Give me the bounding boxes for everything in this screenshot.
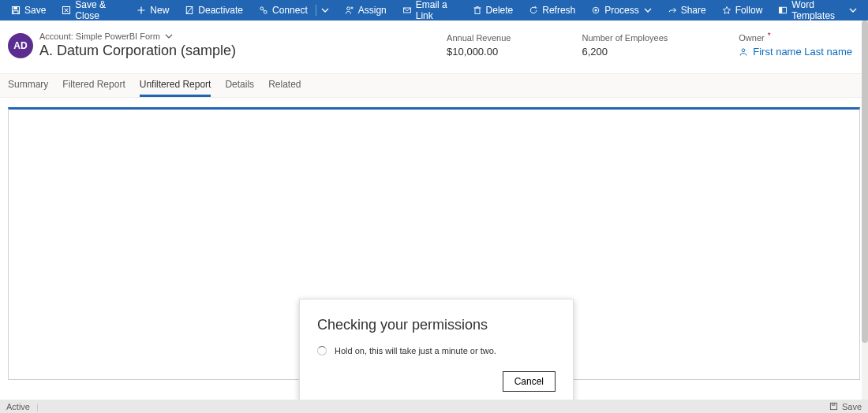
delete-icon bbox=[473, 6, 482, 15]
connect-button[interactable]: Connect bbox=[251, 0, 337, 20]
tab-related[interactable]: Related bbox=[268, 79, 301, 97]
field-value[interactable]: First name Last name bbox=[739, 46, 852, 58]
word-templates-button[interactable]: Word Templates bbox=[770, 0, 865, 20]
delete-button[interactable]: Delete bbox=[465, 0, 522, 20]
save-close-button[interactable]: Save & Close bbox=[54, 0, 129, 20]
ribbon-toolbar: Save Save & Close New Deactivate Connect… bbox=[0, 0, 868, 20]
tab-filtered-report[interactable]: Filtered Report bbox=[62, 79, 125, 97]
split-divider[interactable] bbox=[316, 5, 316, 16]
email-link-button[interactable]: Email a Link bbox=[395, 0, 465, 20]
report-panel: Checking your permissions Hold on, this … bbox=[8, 107, 860, 380]
dialog-title: Checking your permissions bbox=[317, 317, 556, 333]
chevron-down-icon[interactable] bbox=[644, 8, 652, 13]
email-link-label: Email a Link bbox=[416, 0, 457, 21]
field-label: Number of Employees bbox=[582, 33, 668, 43]
breadcrumb-text: Account: Simple PowerBI Form bbox=[39, 32, 160, 41]
status-left: Active bbox=[6, 402, 30, 411]
field-value[interactable]: 6,200 bbox=[582, 46, 668, 58]
assign-label: Assign bbox=[358, 5, 387, 16]
connect-icon bbox=[259, 6, 268, 15]
deactivate-button[interactable]: Deactivate bbox=[177, 0, 251, 20]
dialog-body: Hold on, this will take just a minute or… bbox=[335, 346, 496, 355]
process-button[interactable]: Process bbox=[583, 0, 659, 20]
new-label: New bbox=[150, 5, 169, 16]
refresh-button[interactable]: Refresh bbox=[521, 0, 583, 20]
field-value[interactable]: $10,000.00 bbox=[447, 46, 511, 58]
status-save-label: Save bbox=[842, 402, 862, 411]
record-header: AD Account: Simple PowerBI Form A. Datum… bbox=[0, 20, 868, 74]
status-save-button[interactable]: Save bbox=[829, 402, 862, 411]
svg-point-11 bbox=[595, 9, 597, 11]
follow-label: Follow bbox=[735, 5, 763, 16]
svg-point-6 bbox=[264, 10, 267, 13]
field-annual-revenue: Annual Revenue$10,000.00 bbox=[447, 33, 511, 58]
svg-rect-16 bbox=[832, 403, 834, 405]
svg-rect-2 bbox=[13, 11, 18, 14]
tab-summary[interactable]: Summary bbox=[8, 79, 48, 97]
plus-icon bbox=[137, 6, 146, 15]
assign-button[interactable]: Assign bbox=[337, 0, 395, 20]
word-templates-label: Word Templates bbox=[791, 0, 844, 21]
tab-details[interactable]: Details bbox=[225, 79, 254, 97]
field-owner: Owner*First name Last name bbox=[739, 33, 852, 58]
scrollbar[interactable] bbox=[862, 20, 868, 400]
word-icon bbox=[778, 6, 788, 15]
chevron-down-icon[interactable] bbox=[849, 8, 857, 13]
save-icon bbox=[11, 6, 21, 15]
person-icon bbox=[739, 47, 748, 57]
spinner-icon bbox=[317, 346, 327, 355]
deactivate-icon bbox=[185, 6, 194, 15]
svg-rect-13 bbox=[780, 7, 783, 13]
chevron-down-icon[interactable] bbox=[321, 8, 329, 13]
avatar-initials: AD bbox=[13, 40, 27, 51]
assign-icon bbox=[345, 6, 354, 15]
share-label: Share bbox=[681, 5, 706, 16]
tab-bar: Summary Filtered Report Unfiltered Repor… bbox=[0, 74, 868, 98]
chevron-down-icon[interactable] bbox=[165, 34, 173, 39]
follow-button[interactable]: Follow bbox=[714, 0, 771, 20]
svg-point-5 bbox=[260, 7, 264, 10]
permissions-dialog: Checking your permissions Hold on, this … bbox=[299, 299, 574, 407]
cancel-button[interactable]: Cancel bbox=[503, 371, 556, 392]
svg-rect-9 bbox=[475, 8, 480, 14]
svg-point-7 bbox=[346, 7, 350, 10]
save-close-label: Save & Close bbox=[75, 0, 121, 21]
tab-unfiltered-report[interactable]: Unfiltered Report bbox=[140, 79, 211, 97]
delete-label: Delete bbox=[486, 5, 514, 16]
share-icon bbox=[668, 6, 677, 15]
refresh-label: Refresh bbox=[542, 5, 575, 16]
avatar: AD bbox=[8, 33, 33, 58]
breadcrumb[interactable]: Account: Simple PowerBI Form bbox=[39, 32, 236, 41]
share-button[interactable]: Share bbox=[660, 0, 714, 20]
new-button[interactable]: New bbox=[129, 0, 177, 20]
connect-label: Connect bbox=[272, 5, 308, 16]
svg-rect-15 bbox=[830, 403, 836, 409]
field-num-employees: Number of Employees6,200 bbox=[582, 33, 668, 58]
save-icon bbox=[829, 402, 838, 411]
process-icon bbox=[591, 6, 600, 15]
process-label: Process bbox=[604, 5, 638, 16]
save-button[interactable]: Save bbox=[3, 0, 54, 20]
field-label: Owner* bbox=[739, 33, 852, 43]
status-bar: Active | Save bbox=[0, 400, 868, 413]
svg-point-14 bbox=[742, 48, 745, 51]
svg-rect-1 bbox=[14, 7, 17, 9]
save-label: Save bbox=[24, 5, 46, 16]
star-icon bbox=[722, 6, 731, 15]
email-icon bbox=[402, 6, 412, 15]
deactivate-label: Deactivate bbox=[198, 5, 243, 16]
page-title: A. Datum Corporation (sample) bbox=[39, 43, 236, 59]
save-close-icon bbox=[62, 6, 71, 15]
refresh-icon bbox=[529, 6, 538, 15]
required-indicator: * bbox=[768, 32, 771, 40]
field-label: Annual Revenue bbox=[447, 33, 511, 43]
